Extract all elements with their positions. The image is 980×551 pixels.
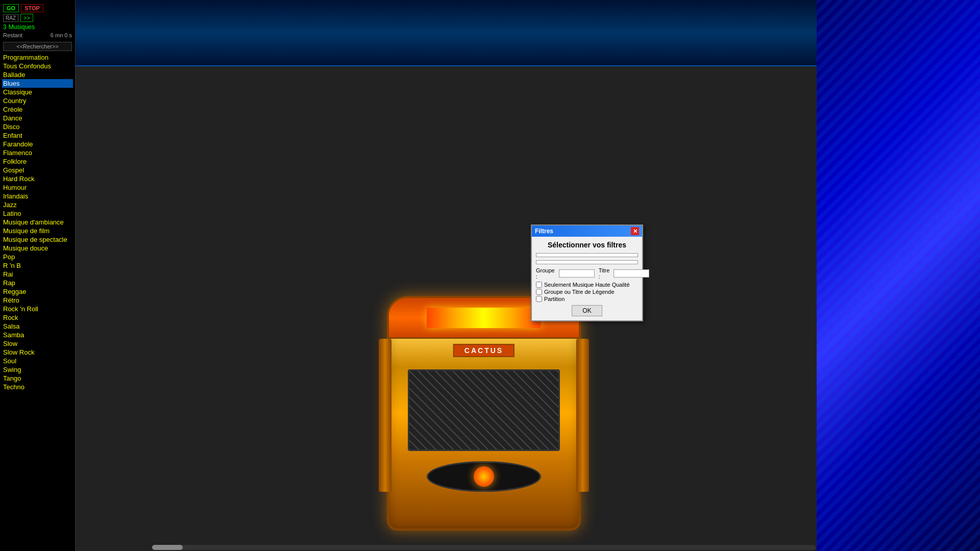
sidebar-item-salsa[interactable]: Salsa bbox=[2, 322, 73, 331]
blue-rays-decoration bbox=[817, 0, 980, 551]
sidebar-item-musique-ambiance[interactable]: Musique d'ambiance bbox=[2, 218, 73, 227]
sidebar: GO STOP RAZ >> 3 Musiques Restant 6 mn 0… bbox=[0, 0, 76, 551]
groupe-label: Groupe : bbox=[536, 267, 555, 280]
haute-qualite-checkbox[interactable] bbox=[536, 282, 542, 288]
sidebar-item-dance[interactable]: Dance bbox=[2, 114, 73, 122]
dialog-heading: Sélectionner vos filtres bbox=[536, 241, 638, 249]
scrollbar-thumb[interactable] bbox=[152, 545, 183, 550]
legende-row: Groupe ou Titre de Légende bbox=[536, 289, 638, 295]
partition-checkbox[interactable] bbox=[536, 296, 542, 302]
sidebar-item-pop[interactable]: Pop bbox=[2, 253, 73, 261]
sidebar-item-country[interactable]: Country bbox=[2, 96, 73, 105]
sidebar-item-tous-confondus[interactable]: Tous Confondus bbox=[2, 62, 73, 70]
main-area: CACTUS Filtres ✕ Sélectionner vos filtre… bbox=[76, 0, 817, 551]
sidebar-item-jazz[interactable]: Jazz bbox=[2, 201, 73, 209]
search-button[interactable]: <<Rechercher>> bbox=[3, 42, 72, 51]
sidebar-item-flamenco[interactable]: Flamenco bbox=[2, 148, 73, 157]
musiques-label: Musiques bbox=[9, 23, 35, 31]
groupe-input[interactable] bbox=[559, 269, 595, 278]
dialog-body: Sélectionner vos filtres Groupe : Titre … bbox=[532, 237, 642, 320]
right-image bbox=[817, 0, 980, 551]
sidebar-item-rap[interactable]: Rap bbox=[2, 279, 73, 287]
sidebar-item-farandole[interactable]: Farandole bbox=[2, 140, 73, 148]
sidebar-item-musique-douce[interactable]: Musique douce bbox=[2, 244, 73, 253]
filter-dialog: Filtres ✕ Sélectionner vos filtres Group… bbox=[531, 224, 643, 321]
sidebar-item-programmation[interactable]: Programmation bbox=[2, 53, 73, 62]
sidebar-item-slow[interactable]: Slow bbox=[2, 339, 73, 348]
sidebar-item-ballade[interactable]: Ballade bbox=[2, 70, 73, 79]
sidebar-item-retro[interactable]: Rétro bbox=[2, 296, 73, 305]
titre-input[interactable] bbox=[614, 269, 649, 278]
sidebar-item-tango[interactable]: Tango bbox=[2, 374, 73, 383]
stop-button[interactable]: STOP bbox=[21, 4, 43, 12]
go-button[interactable]: GO bbox=[3, 4, 19, 12]
sidebar-item-blues[interactable]: Blues bbox=[2, 79, 73, 88]
dialog-titlebar: Filtres ✕ bbox=[532, 226, 642, 237]
sidebar-item-disco[interactable]: Disco bbox=[2, 122, 73, 131]
sidebar-item-hard-rock[interactable]: Hard Rock bbox=[2, 174, 73, 183]
sidebar-item-folklore[interactable]: Folklore bbox=[2, 157, 73, 166]
sidebar-item-rock[interactable]: Rock bbox=[2, 313, 73, 322]
sidebar-item-classique[interactable]: Classique bbox=[2, 88, 73, 96]
type-filter-section bbox=[536, 260, 638, 264]
sidebar-item-rock-n-roll[interactable]: Rock 'n Roll bbox=[2, 305, 73, 313]
raz-button[interactable]: RAZ bbox=[3, 14, 18, 22]
sidebar-item-samba[interactable]: Samba bbox=[2, 331, 73, 339]
groupe-row: Groupe : Titre : bbox=[536, 267, 638, 280]
sidebar-item-humour[interactable]: Humour bbox=[2, 183, 73, 192]
dialog-title: Filtres bbox=[535, 228, 553, 235]
sidebar-item-soul[interactable]: Soul bbox=[2, 357, 73, 365]
sidebar-item-reggae[interactable]: Reggae bbox=[2, 287, 73, 296]
titre-label: Titre : bbox=[599, 267, 610, 280]
legende-checkbox[interactable] bbox=[536, 289, 542, 295]
sidebar-item-musique-spectacle[interactable]: Musique de spectacle bbox=[2, 235, 73, 244]
legende-label: Groupe ou Titre de Légende bbox=[544, 289, 615, 295]
scrollbar-track[interactable] bbox=[152, 545, 816, 550]
genre-list: ProgrammationTous ConfondusBalladeBluesC… bbox=[0, 53, 75, 549]
dialog-close-button[interactable]: ✕ bbox=[631, 227, 639, 235]
haute-qualite-row: Seulement Musique Haute Qualité bbox=[536, 282, 638, 288]
sidebar-item-slow-rock[interactable]: Slow Rock bbox=[2, 348, 73, 357]
restant-label: Restant bbox=[3, 32, 22, 38]
partition-row: Partition bbox=[536, 296, 638, 302]
scrollbar-bottom[interactable] bbox=[151, 544, 817, 551]
sidebar-item-techno[interactable]: Techno bbox=[2, 383, 73, 391]
sidebar-item-creole[interactable]: Créole bbox=[2, 105, 73, 114]
music-count: 3 bbox=[3, 23, 7, 31]
quality-filter-section bbox=[536, 253, 638, 257]
sidebar-item-swing[interactable]: Swing bbox=[2, 365, 73, 374]
arrow-button[interactable]: >> bbox=[20, 14, 33, 22]
sidebar-item-latino[interactable]: Latino bbox=[2, 209, 73, 218]
now-playing-bar bbox=[76, 0, 817, 66]
sidebar-item-rnb[interactable]: R 'n B bbox=[2, 261, 73, 270]
haute-qualite-label: Seulement Musique Haute Qualité bbox=[544, 282, 630, 288]
sidebar-item-enfant[interactable]: Enfant bbox=[2, 131, 73, 140]
sidebar-item-rai[interactable]: Rai bbox=[2, 270, 73, 279]
controls-top: GO STOP RAZ >> 3 Musiques Restant 6 mn 0… bbox=[0, 2, 75, 53]
ok-button[interactable]: OK bbox=[572, 305, 602, 316]
time-remaining: 6 mn 0 s bbox=[51, 32, 72, 38]
sidebar-item-irlandais[interactable]: Irlandais bbox=[2, 192, 73, 201]
partition-label: Partition bbox=[544, 296, 565, 302]
sidebar-item-musique-film[interactable]: Musique de film bbox=[2, 227, 73, 235]
sidebar-item-gospel[interactable]: Gospel bbox=[2, 166, 73, 174]
